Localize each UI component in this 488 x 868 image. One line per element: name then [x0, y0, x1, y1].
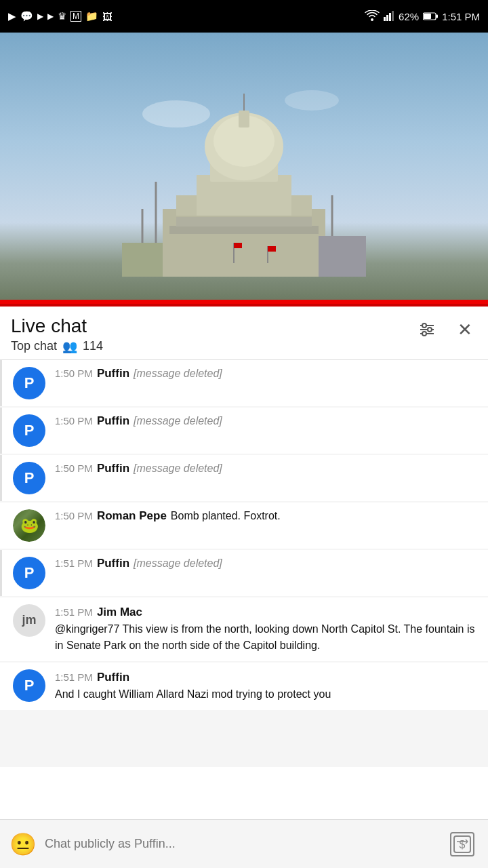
avatar: 🐸	[13, 509, 45, 542]
message-content: 1:51 PM Jim Mac @kingriger77 This view i…	[55, 606, 477, 655]
chat-input-bar: 😐 $	[0, 819, 488, 868]
yt2-icon: ▶	[47, 12, 54, 21]
svg-rect-12	[176, 217, 312, 226]
svg-rect-25	[268, 246, 276, 252]
svg-rect-23	[234, 243, 242, 248]
people-icon: 👥	[62, 339, 77, 354]
status-bar: ▶ 💬 ▶ ▶ ♛ M 📁 🖼 62%	[0, 0, 488, 33]
message-author: Puffin	[97, 367, 129, 380]
message-author: Puffin	[97, 557, 129, 570]
message-author: Puffin	[97, 414, 129, 428]
message-content: 1:51 PM Puffin [message deleted]	[55, 557, 477, 570]
viewer-count: 114	[83, 339, 103, 353]
message-deleted-text: [message deleted]	[134, 415, 222, 427]
chat-icon: 💬	[20, 10, 33, 22]
status-right: 62% 1:51 PM	[365, 10, 480, 23]
svg-rect-3	[392, 11, 394, 21]
svg-rect-27	[319, 236, 366, 277]
avatar: P	[13, 414, 45, 447]
message-line: 1:51 PM Puffin [message deleted]	[55, 557, 477, 570]
message-content: 1:50 PM Roman Pepe Bomb planted. Foxtrot…	[55, 509, 477, 523]
chat-header: Live chat Top chat 👥 114 ✕	[0, 307, 488, 360]
message-text: Bomb planted. Foxtrot.	[171, 510, 281, 522]
svg-rect-17	[239, 111, 249, 127]
bottom-spacer	[0, 711, 488, 766]
chat-close-button[interactable]: ✕	[453, 317, 477, 342]
clock-time: 1:51 PM	[442, 11, 480, 22]
crown-icon: ♛	[58, 10, 66, 22]
svg-rect-6	[436, 14, 438, 18]
avatar: P	[13, 367, 45, 399]
message-time: 1:51 PM	[55, 671, 93, 683]
avatar: P	[13, 669, 45, 702]
message-deleted-text: [message deleted]	[134, 462, 222, 475]
message-time: 1:50 PM	[55, 415, 93, 427]
m-icon: M	[70, 11, 81, 22]
message-time: 1:50 PM	[55, 368, 93, 379]
message-content: 1:50 PM Puffin [message deleted]	[55, 367, 477, 380]
svg-text:$: $	[460, 839, 466, 850]
chat-message: P 1:50 PM Puffin [message deleted]	[0, 408, 488, 454]
chat-message: P 1:51 PM Puffin And I caught William Al…	[0, 663, 488, 710]
battery-percent: 62%	[399, 11, 419, 22]
status-icons: ▶ 💬 ▶ ▶ ♛ M 📁 🖼	[8, 10, 113, 22]
chat-header-sub: Top chat 👥 114	[11, 339, 103, 354]
message-time: 1:50 PM	[55, 510, 93, 521]
chat-header-right: ✕	[415, 317, 477, 342]
avatar: P	[13, 557, 45, 589]
message-deleted-text: [message deleted]	[134, 368, 222, 380]
message-time: 1:51 PM	[55, 606, 93, 618]
capitol-building	[122, 73, 366, 277]
message-author: Jim Mac	[97, 606, 142, 619]
svg-rect-11	[169, 226, 319, 234]
send-icon: $	[450, 832, 474, 856]
chat-message: P 1:50 PM Puffin [message deleted]	[0, 455, 488, 501]
message-content: 1:51 PM Puffin And I caught William Alla…	[55, 671, 477, 703]
message-line: 1:50 PM Puffin [message deleted]	[55, 414, 477, 428]
message-line: 1:51 PM Jim Mac	[55, 606, 477, 619]
svg-point-7	[142, 100, 210, 127]
message-text: @kingriger77 This view is from the north…	[55, 621, 477, 655]
svg-rect-1	[386, 15, 388, 21]
message-text: And I caught William Allard Nazi mod try…	[55, 686, 477, 703]
image-icon: 🖼	[102, 11, 113, 22]
avatar: P	[13, 462, 45, 494]
chat-settings-button[interactable]	[415, 317, 439, 342]
message-line: 1:51 PM Puffin	[55, 671, 477, 684]
svg-rect-5	[424, 14, 431, 19]
message-time: 1:51 PM	[55, 557, 93, 569]
video-progress-bar	[0, 300, 488, 304]
message-line: 1:50 PM Puffin [message deleted]	[55, 462, 477, 475]
avatar: jm	[13, 604, 45, 637]
video-player[interactable]	[0, 33, 488, 304]
wifi-icon	[365, 10, 380, 23]
svg-point-31	[422, 323, 426, 328]
svg-point-32	[428, 328, 432, 332]
signal-icon	[384, 10, 394, 23]
chat-header-left: Live chat Top chat 👥 114	[11, 315, 103, 354]
message-content: 1:50 PM Puffin [message deleted]	[55, 414, 477, 428]
chat-message: P 1:51 PM Puffin [message deleted]	[0, 550, 488, 596]
chat-messages-list: P 1:50 PM Puffin [message deleted] P 1:5…	[0, 360, 488, 767]
roman-avatar-inner: 🐸	[13, 509, 45, 542]
svg-point-8	[285, 90, 339, 111]
svg-rect-0	[384, 17, 386, 21]
battery-icon	[423, 11, 438, 22]
svg-rect-2	[389, 13, 391, 21]
top-chat-label[interactable]: Top chat	[11, 339, 57, 353]
chat-input[interactable]	[45, 829, 438, 859]
folder-icon: 📁	[85, 10, 98, 22]
svg-rect-26	[122, 243, 163, 277]
message-line: 1:50 PM Roman Pepe Bomb planted. Foxtrot…	[55, 509, 477, 523]
emoji-button[interactable]: 😐	[8, 829, 38, 859]
yt-icon: ▶	[37, 12, 43, 21]
live-chat-title: Live chat	[11, 315, 103, 338]
message-deleted-text: [message deleted]	[134, 557, 222, 570]
message-content: 1:50 PM Puffin [message deleted]	[55, 462, 477, 475]
send-button[interactable]: $	[445, 829, 480, 859]
emoji-icon: 😐	[9, 831, 37, 857]
message-line: 1:50 PM Puffin [message deleted]	[55, 367, 477, 380]
svg-point-33	[422, 332, 426, 336]
message-author: Puffin	[97, 671, 129, 684]
chat-message: P 1:50 PM Puffin [message deleted]	[0, 360, 488, 406]
